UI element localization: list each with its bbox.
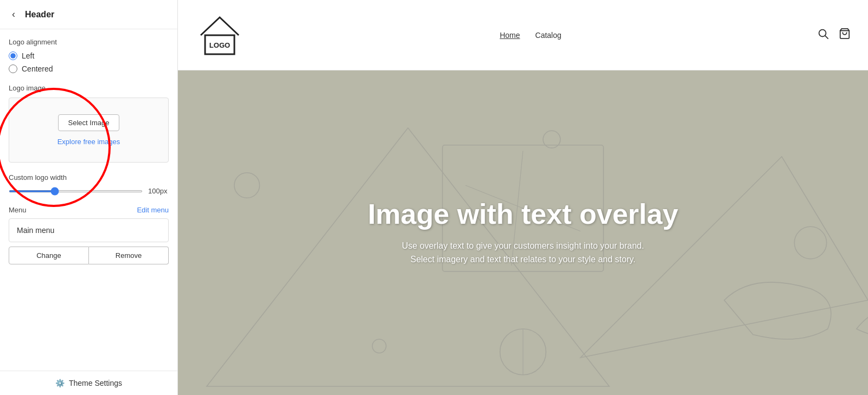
menu-actions: Change Remove [9,247,169,264]
back-button[interactable]: ‹ [9,8,18,21]
hero-title: Image with text overlay [368,199,678,230]
logo-image-section: Logo image Select Image Explore free ima… [9,84,169,163]
right-panel: LOGO Home Catalog [178,0,868,395]
store-header: LOGO Home Catalog [178,0,868,70]
radio-left[interactable]: Left [9,51,169,60]
nav-catalog-link[interactable]: Catalog [535,31,561,40]
logo-width-value: 100px [148,187,169,195]
menu-box: Main menu [9,218,169,242]
cart-button[interactable] [839,28,851,42]
theme-settings-footer[interactable]: ⚙️ Theme Settings [0,371,177,395]
svg-point-8 [234,173,260,198]
change-button[interactable]: Change [9,247,89,264]
hero-text: Image with text overlay Use overlay text… [357,188,689,277]
remove-button[interactable]: Remove [89,247,169,264]
radio-centered-input[interactable] [9,64,17,73]
logo-image-label: Logo image [9,84,169,92]
radio-left-input[interactable] [9,51,17,60]
store-icons [817,28,851,42]
logo-alignment-label: Logo alignment [9,38,169,46]
edit-menu-link[interactable]: Edit menu [137,206,169,214]
svg-point-11 [372,339,386,353]
theme-settings-label: Theme Settings [69,379,122,387]
image-upload-box: Select Image Explore free images [9,98,169,163]
custom-logo-width-section: Custom logo width 100px [9,173,169,195]
left-panel: ‹ Header Logo alignment Left Centered Lo… [0,0,178,395]
radio-centered-label: Centered [22,64,53,73]
nav-home-link[interactable]: Home [500,31,520,40]
radio-centered[interactable]: Centered [9,64,169,73]
logo-alignment-radio-group: Left Centered [9,51,169,73]
search-icon [817,28,829,40]
hero-section: Image with text overlay Use overlay text… [178,70,868,395]
svg-text:LOGO: LOGO [209,41,230,49]
logo-svg: LOGO [195,11,244,60]
radio-left-label: Left [22,51,34,60]
slider-row: 100px [9,187,169,195]
menu-label: Menu [9,206,27,214]
menu-name: Main menu [17,226,54,235]
menu-section: Menu Edit menu Main menu Change Remove [9,206,169,264]
explore-free-images-link[interactable]: Explore free images [58,138,120,146]
panel-content: Logo alignment Left Centered Logo image … [0,29,177,371]
panel-title: Header [25,10,54,20]
svg-point-10 [794,226,826,258]
hero-subtitle: Use overlay text to give your customers … [368,239,678,267]
custom-logo-width-label: Custom logo width [9,173,169,182]
store-nav: Home Catalog [500,31,561,40]
svg-line-3 [825,36,828,38]
store-logo: LOGO [195,11,244,60]
gear-icon: ⚙️ [55,379,65,387]
search-button[interactable] [817,28,829,42]
cart-icon [839,28,851,40]
select-image-button[interactable]: Select Image [58,114,120,131]
panel-header: ‹ Header [0,0,177,29]
logo-alignment-section: Logo alignment Left Centered [9,38,169,73]
menu-section-header: Menu Edit menu [9,206,169,214]
logo-width-slider[interactable] [9,190,143,192]
